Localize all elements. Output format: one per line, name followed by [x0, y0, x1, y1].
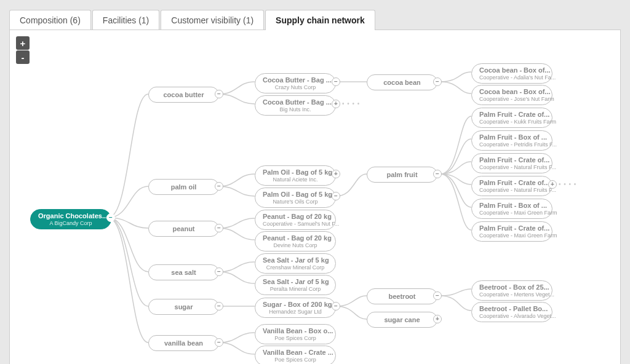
leaf-pf3[interactable]: Palm Fruit - Crate of...Cooperative - Na… — [471, 153, 552, 173]
leaf-pf6[interactable]: Palm Fruit - Crate of...Cooperative - Ma… — [471, 221, 552, 242]
tab-customer-visibility[interactable]: Customer visibility (1) — [161, 10, 264, 30]
leaf-br1[interactable]: Beetroot - Box of 25...Cooperative - Mer… — [471, 280, 552, 301]
tab-composition[interactable]: Composition (6) — [9, 10, 91, 30]
sub-sugar-cane-toggle[interactable]: + — [433, 315, 442, 323]
mid-sg1[interactable]: Sugar - Box of 200 kgHernandez Sugar Ltd — [255, 298, 336, 318]
mid-po1-toggle[interactable]: + — [332, 170, 340, 178]
sub-palm-fruit[interactable]: palm fruit — [367, 167, 437, 183]
mid-cb1-toggle[interactable]: − — [332, 77, 340, 86]
leaf-br2[interactable]: Beetroot - Pallet Bo...Cooperative - Alv… — [471, 302, 552, 322]
cat-sea-salt[interactable]: sea salt — [148, 264, 219, 280]
sub-beetroot-toggle[interactable]: − — [433, 291, 442, 300]
tab-supply-chain[interactable]: Supply chain network — [265, 10, 375, 30]
zoom-in-button[interactable]: + — [16, 36, 30, 50]
mid-cb2[interactable]: Cocoa Butter - Bag ...Big Nuts Inc. — [255, 95, 336, 116]
mid-ss1[interactable]: Sea Salt - Jar of 5 kgCrenshaw Mineral C… — [255, 253, 336, 274]
zoom-out-button[interactable]: - — [16, 50, 30, 64]
cat-peanut-toggle[interactable]: − — [215, 224, 223, 232]
mid-ss2[interactable]: Sea Salt - Jar of 5 kgPeralta Mineral Co… — [255, 275, 336, 295]
sub-palm-fruit-toggle[interactable]: − — [433, 170, 442, 178]
mid-vb1[interactable]: Vanilla Bean - Box o...Poe Spices Corp — [255, 324, 336, 344]
leaf-pf4[interactable]: Palm Fruit - Crate of...Cooperative - Na… — [471, 176, 552, 196]
leaf-pf1[interactable]: Palm Fruit - Crate of...Cooperative - Ku… — [471, 108, 552, 128]
leaf-pf5[interactable]: Palm Fruit - Box of ...Cooperative - Max… — [471, 199, 552, 219]
mid-pn1[interactable]: Peanut - Bag of 20 kgCooperative - Samue… — [255, 210, 336, 230]
mid-vb2[interactable]: Vanilla Bean - Crate ...Poe Spices Corp — [255, 346, 336, 364]
cat-sugar-toggle[interactable]: − — [215, 302, 223, 311]
root-node[interactable]: Organic Chocolates... A BigCandy Corp — [30, 209, 111, 229]
cat-vanilla[interactable]: vanilla bean — [148, 335, 219, 351]
tab-facilities[interactable]: Facilities (1) — [92, 10, 159, 30]
leaf-pf2[interactable]: Palm Fruit - Box of ...Cooperative - Pet… — [471, 130, 552, 151]
cat-palm-oil-toggle[interactable]: − — [215, 182, 223, 191]
dots-pf4: • • • • — [559, 181, 576, 188]
leaf-pf4-toggle[interactable]: + — [548, 180, 557, 189]
leaf-cbn2[interactable]: Cocoa bean - Box of...Cooperative - Jose… — [471, 85, 552, 105]
mid-po1[interactable]: Palm Oil - Bag of 5 kgNatural Aciete Inc… — [255, 165, 336, 186]
dots-cb2: • • • • — [342, 100, 360, 107]
sub-sugar-cane[interactable]: sugar cane — [367, 312, 437, 328]
cat-sugar[interactable]: sugar — [148, 299, 219, 315]
mid-cb2-toggle[interactable]: + — [332, 100, 340, 108]
network-panel: + - — [9, 30, 621, 364]
root-title: Organic Chocolates... — [38, 212, 103, 220]
sub-cocoa-bean[interactable]: cocoa bean — [367, 74, 437, 90]
cat-cocoa-butter[interactable]: cocoa butter — [148, 87, 219, 103]
tabs: Composition (6) Facilities (1) Customer … — [9, 9, 621, 30]
root-sub: A BigCandy Corp — [38, 220, 103, 226]
mid-pn2[interactable]: Peanut - Bag of 20 kgDevine Nuts Corp — [255, 231, 336, 251]
mid-po2-toggle[interactable]: − — [332, 192, 340, 200]
cat-palm-oil[interactable]: palm oil — [148, 179, 219, 195]
cat-peanut[interactable]: peanut — [148, 221, 219, 237]
tree-canvas[interactable]: Organic Chocolates... A BigCandy Corp − … — [10, 30, 620, 364]
zoom-controls: + - — [16, 36, 30, 65]
mid-po2[interactable]: Palm Oil - Bag of 5 kgNature's Oils Corp — [255, 188, 336, 208]
root-toggle[interactable]: − — [106, 213, 115, 222]
sub-beetroot[interactable]: beetroot — [367, 288, 437, 304]
cat-vanilla-toggle[interactable]: − — [215, 338, 223, 347]
mid-sg1-toggle[interactable]: − — [332, 302, 340, 311]
mid-cb1[interactable]: Cocoa Butter - Bag ...Crazy Nuts Corp — [255, 73, 336, 93]
leaf-cbn1[interactable]: Cocoa bean - Box of...Cooperative - Adal… — [471, 63, 552, 84]
cat-cocoa-butter-toggle[interactable]: − — [215, 90, 223, 98]
cat-sea-salt-toggle[interactable]: − — [215, 267, 223, 276]
sub-cocoa-bean-toggle[interactable]: − — [433, 77, 442, 86]
